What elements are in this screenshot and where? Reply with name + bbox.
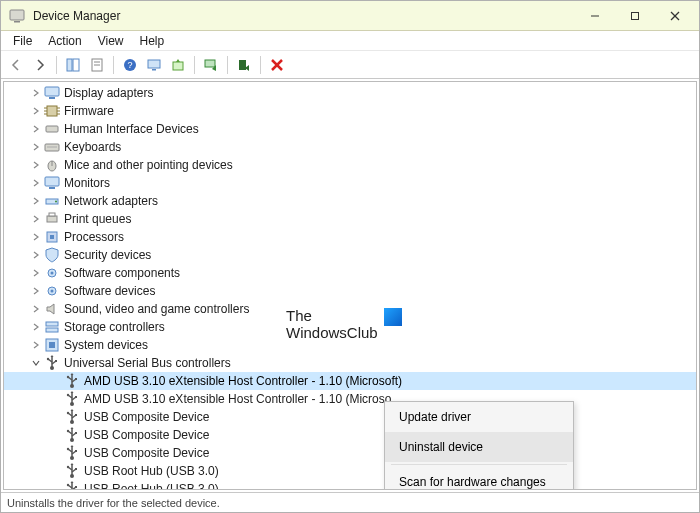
- tree-item[interactable]: USB Composite Device: [4, 444, 696, 462]
- tree-category[interactable]: Mice and other pointing devices: [4, 156, 696, 174]
- minimize-button[interactable]: [575, 3, 615, 29]
- tree-category[interactable]: Keyboards: [4, 138, 696, 156]
- context-update-driver[interactable]: Update driver: [385, 402, 573, 432]
- help-button[interactable]: ?: [119, 54, 141, 76]
- tree-item-label: Universal Serial Bus controllers: [64, 356, 231, 370]
- svg-rect-20: [45, 87, 59, 96]
- svg-point-66: [67, 394, 69, 396]
- tree-category[interactable]: Print queues: [4, 210, 696, 228]
- tree-category[interactable]: Human Interface Devices: [4, 120, 696, 138]
- tree-category[interactable]: Storage controllers: [4, 318, 696, 336]
- tree-item-label: Security devices: [64, 248, 151, 262]
- shield-icon: [44, 247, 60, 263]
- tree-item-label: USB Composite Device: [84, 446, 209, 460]
- maximize-button[interactable]: [615, 3, 655, 29]
- svg-rect-22: [47, 106, 57, 116]
- svg-point-45: [51, 290, 54, 293]
- svg-point-37: [55, 201, 57, 203]
- context-scan-hardware[interactable]: Scan for hardware changes: [385, 467, 573, 490]
- tree-category[interactable]: Monitors: [4, 174, 696, 192]
- close-button[interactable]: [655, 3, 695, 29]
- tree-expander-icon[interactable]: [28, 340, 44, 351]
- tree-category[interactable]: Network adapters: [4, 192, 696, 210]
- tree-expander-icon[interactable]: [28, 142, 44, 153]
- tree-expander-icon[interactable]: [28, 106, 44, 117]
- tree-item-label: USB Root Hub (USB 3.0): [84, 464, 219, 478]
- context-separator: [391, 464, 567, 465]
- update-driver-button[interactable]: [167, 54, 189, 76]
- menu-view[interactable]: View: [90, 32, 132, 50]
- svg-point-90: [67, 466, 69, 468]
- tree-expander-icon[interactable]: [28, 178, 44, 189]
- tree-category[interactable]: Software components: [4, 264, 696, 282]
- tree-category[interactable]: Software devices: [4, 282, 696, 300]
- menu-action[interactable]: Action: [40, 32, 89, 50]
- content-area: Display adaptersFirmwareHuman Interface …: [3, 81, 697, 490]
- tree-category-usb-controllers[interactable]: Universal Serial Bus controllers: [4, 354, 696, 372]
- toolbar-separator: [113, 56, 114, 74]
- enable-device-button[interactable]: [200, 54, 222, 76]
- gear-icon: [44, 283, 60, 299]
- svg-rect-49: [49, 342, 55, 348]
- tree-item[interactable]: USB Root Hub (USB 3.0): [4, 480, 696, 489]
- svg-point-84: [67, 448, 69, 450]
- tree-category[interactable]: Security devices: [4, 246, 696, 264]
- tree-item[interactable]: AMD USB 3.10 eXtensible Host Controller …: [4, 390, 696, 408]
- tree-expander-icon[interactable]: [28, 214, 44, 225]
- system-icon: [44, 337, 60, 353]
- tree-item-label: AMD USB 3.10 eXtensible Host Controller …: [84, 374, 402, 388]
- tree-expander-icon[interactable]: [28, 232, 44, 243]
- titlebar: Device Manager: [1, 1, 699, 31]
- tree-category[interactable]: System devices: [4, 336, 696, 354]
- tree-item-label: AMD USB 3.10 eXtensible Host Controller …: [84, 392, 391, 406]
- properties-button[interactable]: [86, 54, 108, 76]
- tree-expander-icon[interactable]: [28, 268, 44, 279]
- device-tree[interactable]: Display adaptersFirmwareHuman Interface …: [4, 82, 696, 489]
- context-uninstall-device[interactable]: Uninstall device: [385, 432, 573, 462]
- context-menu: Update driver Uninstall device Scan for …: [384, 401, 574, 490]
- svg-rect-79: [75, 432, 77, 434]
- uninstall-button[interactable]: [266, 54, 288, 76]
- status-text: Uninstalls the driver for the selected d…: [7, 497, 220, 509]
- tree-item-label: Processors: [64, 230, 124, 244]
- back-button[interactable]: [5, 54, 27, 76]
- tree-category[interactable]: Firmware: [4, 102, 696, 120]
- tree-category[interactable]: Sound, video and game controllers: [4, 300, 696, 318]
- tree-expander-icon[interactable]: [28, 88, 44, 99]
- svg-rect-39: [49, 213, 55, 216]
- tree-item-label: Print queues: [64, 212, 131, 226]
- tree-item-label: Sound, video and game controllers: [64, 302, 249, 316]
- svg-point-54: [47, 358, 49, 360]
- tree-expander-icon[interactable]: [28, 160, 44, 171]
- svg-point-72: [67, 412, 69, 414]
- tree-item[interactable]: USB Root Hub (USB 3.0): [4, 462, 696, 480]
- chip-icon: [44, 103, 60, 119]
- svg-rect-97: [75, 486, 77, 488]
- tree-item[interactable]: USB Composite Device: [4, 408, 696, 426]
- show-tree-button[interactable]: [62, 54, 84, 76]
- tree-expander-icon[interactable]: [28, 124, 44, 135]
- disable-device-button[interactable]: [233, 54, 255, 76]
- usb-icon: [64, 463, 80, 479]
- tree-item-selected[interactable]: AMD USB 3.10 eXtensible Host Controller …: [4, 372, 696, 390]
- tree-expander-icon[interactable]: [28, 322, 44, 333]
- menu-help[interactable]: Help: [132, 32, 173, 50]
- tree-item-label: Mice and other pointing devices: [64, 158, 233, 172]
- scan-button[interactable]: [143, 54, 165, 76]
- menu-file[interactable]: File: [5, 32, 40, 50]
- keyboard-icon: [44, 139, 60, 155]
- tree-category[interactable]: Display adapters: [4, 84, 696, 102]
- tree-item[interactable]: USB Composite Device: [4, 426, 696, 444]
- tree-expander-icon[interactable]: [28, 196, 44, 207]
- tree-category[interactable]: Processors: [4, 228, 696, 246]
- svg-rect-1: [14, 21, 20, 23]
- svg-rect-73: [75, 414, 77, 416]
- forward-button[interactable]: [29, 54, 51, 76]
- tree-expander-icon[interactable]: [28, 358, 44, 369]
- svg-point-96: [67, 484, 69, 486]
- tree-expander-icon[interactable]: [28, 286, 44, 297]
- tree-item-label: Display adapters: [64, 86, 153, 100]
- tree-expander-icon[interactable]: [28, 304, 44, 315]
- tree-expander-icon[interactable]: [28, 250, 44, 261]
- mouse-icon: [44, 157, 60, 173]
